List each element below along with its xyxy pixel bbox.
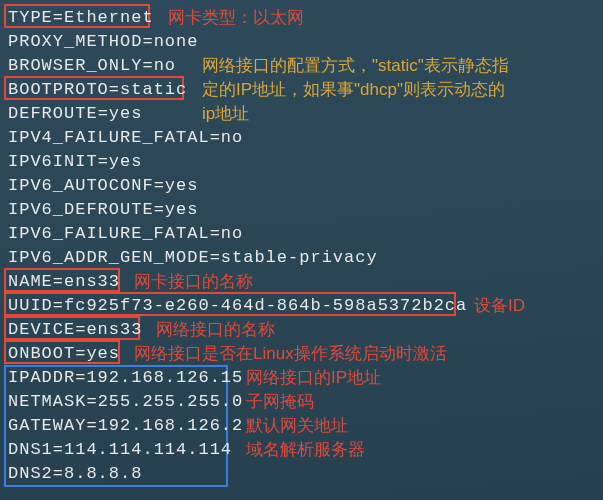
cfg-val: yes <box>165 200 199 219</box>
cfg-line-defroute: DEFROUTE=yes ip地址 <box>8 102 595 126</box>
cfg-key: IPV6_ADDR_GEN_MODE <box>8 248 210 267</box>
note-dns: 域名解析服务器 <box>246 438 365 462</box>
cfg-val: yes <box>86 344 120 363</box>
cfg-val: yes <box>165 176 199 195</box>
cfg-key: NETMASK <box>8 392 86 411</box>
cfg-line-dns2: DNS2=8.8.8.8 <box>8 462 595 486</box>
cfg-val: yes <box>109 104 143 123</box>
cfg-key: ONBOOT <box>8 344 75 363</box>
cfg-val: 255.255.255.0 <box>98 392 244 411</box>
cfg-val: no <box>221 224 243 243</box>
cfg-val: Ethernet <box>64 8 154 27</box>
note-bootproto-l1: 网络接口的配置方式，"static"表示静态指 <box>202 54 509 78</box>
cfg-key: DNS2 <box>8 464 53 483</box>
note-onboot: 网络接口是否在Linux操作系统启动时激活 <box>134 342 447 366</box>
cfg-line-browser_only: BROWSER_ONLY=no 网络接口的配置方式，"static"表示静态指 <box>8 54 595 78</box>
cfg-val: no <box>221 128 243 147</box>
cfg-key: TYPE <box>8 8 53 27</box>
cfg-line-uuid: UUID=fc925f73-e260-464d-864b-598a5372b2c… <box>8 294 595 318</box>
cfg-line-dns1: DNS1=114.114.114.114 域名解析服务器 <box>8 438 595 462</box>
cfg-line-device: DEVICE=ens33 网络接口的名称 <box>8 318 595 342</box>
cfg-key: IPV6_FAILURE_FATAL <box>8 224 210 243</box>
cfg-val: 8.8.8.8 <box>64 464 142 483</box>
cfg-key: NAME <box>8 272 53 291</box>
cfg-key: PROXY_METHOD <box>8 32 142 51</box>
cfg-key: UUID <box>8 296 53 315</box>
cfg-val: 192.168.126.2 <box>98 416 244 435</box>
cfg-val: no <box>154 56 176 75</box>
cfg-line-gateway: GATEWAY=192.168.126.2 默认网关地址 <box>8 414 595 438</box>
note-uuid: 设备ID <box>474 294 525 318</box>
cfg-line-ipaddr: IPADDR=192.168.126.15 网络接口的IP地址 <box>8 366 595 390</box>
cfg-line-ipv6_failure_fatal: IPV6_FAILURE_FATAL=no <box>8 222 595 246</box>
cfg-line-name: NAME=ens33 网卡接口的名称 <box>8 270 595 294</box>
cfg-line-ipv4_failure_fatal: IPV4_FAILURE_FATAL=no <box>8 126 595 150</box>
cfg-line-onboot: ONBOOT=yes 网络接口是否在Linux操作系统启动时激活 <box>8 342 595 366</box>
cfg-key: DEVICE <box>8 320 75 339</box>
cfg-key: IPV6_DEFROUTE <box>8 200 154 219</box>
note-netmask: 子网掩码 <box>246 390 314 414</box>
cfg-key: IPADDR <box>8 368 75 387</box>
cfg-line-type: TYPE=Ethernet 网卡类型：以太网 <box>8 6 595 30</box>
cfg-val: none <box>154 32 199 51</box>
note-gateway: 默认网关地址 <box>246 414 348 438</box>
cfg-line-ipv6_defroute: IPV6_DEFROUTE=yes <box>8 198 595 222</box>
cfg-key: IPV4_FAILURE_FATAL <box>8 128 210 147</box>
cfg-val: static <box>120 80 187 99</box>
note-bootproto-l2: 定的IP地址，如果事"dhcp"则表示动态的 <box>202 78 505 102</box>
cfg-val: ens33 <box>86 320 142 339</box>
cfg-key: BOOTPROTO <box>8 80 109 99</box>
cfg-val: fc925f73-e260-464d-864b-598a5372b2ca <box>64 296 467 315</box>
cfg-line-ipv6init: IPV6INIT=yes <box>8 150 595 174</box>
cfg-val: 192.168.126.15 <box>86 368 243 387</box>
cfg-key: IPV6_AUTOCONF <box>8 176 154 195</box>
cfg-key: DNS1 <box>8 440 53 459</box>
cfg-line-proxy_method: PROXY_METHOD=none <box>8 30 595 54</box>
cfg-line-ipv6_autoconf: IPV6_AUTOCONF=yes <box>8 174 595 198</box>
note-device: 网络接口的名称 <box>156 318 275 342</box>
note-bootproto-l3: ip地址 <box>202 102 249 126</box>
cfg-line-netmask: NETMASK=255.255.255.0 子网掩码 <box>8 390 595 414</box>
note-ipaddr: 网络接口的IP地址 <box>246 366 381 390</box>
cfg-line-bootproto: BOOTPROTO=static 定的IP地址，如果事"dhcp"则表示动态的 <box>8 78 595 102</box>
note-type: 网卡类型：以太网 <box>168 6 304 30</box>
note-name: 网卡接口的名称 <box>134 270 253 294</box>
cfg-val: stable-privacy <box>221 248 378 267</box>
cfg-val: ens33 <box>64 272 120 291</box>
cfg-val: yes <box>109 152 143 171</box>
cfg-key: DEFROUTE <box>8 104 98 123</box>
cfg-key: GATEWAY <box>8 416 86 435</box>
cfg-line-ipv6_addr_gen_mode: IPV6_ADDR_GEN_MODE=stable-privacy <box>8 246 595 270</box>
cfg-key: IPV6INIT <box>8 152 98 171</box>
cfg-key: BROWSER_ONLY <box>8 56 142 75</box>
cfg-val: 114.114.114.114 <box>64 440 232 459</box>
config-file-view: TYPE=Ethernet 网卡类型：以太网 PROXY_METHOD=none… <box>0 0 603 492</box>
